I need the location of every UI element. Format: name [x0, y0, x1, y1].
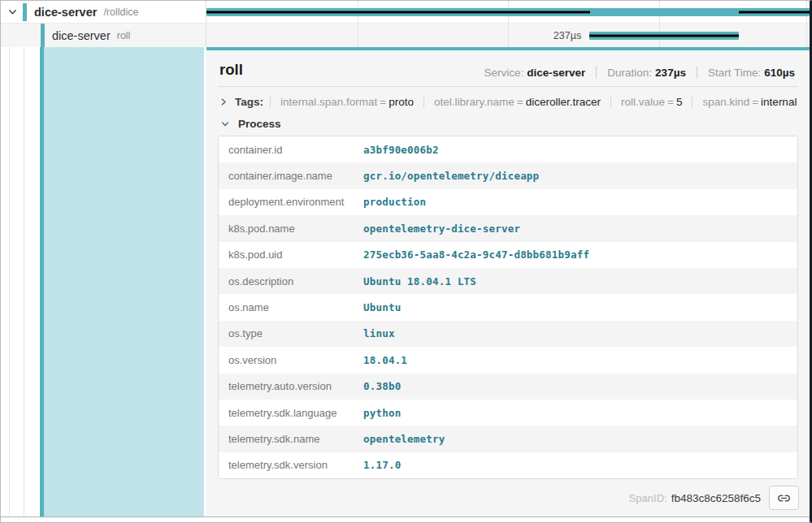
detail-left-accent [1, 47, 206, 517]
jaeger-trace-detail-view: dice-server /rolldice dice-server roll 2… [0, 0, 812, 523]
process-table: container.ida3bf90e006b2 container.image… [218, 136, 798, 479]
tag-item: internal.span.format=proto [270, 96, 423, 108]
chevron-down-icon [219, 119, 231, 130]
process-table-row: os.descriptionUbuntu 18.04.1 LTS [219, 268, 797, 294]
timeline-row-rolldice[interactable] [206, 1, 810, 23]
tree-guide-line [24, 47, 24, 517]
process-table-row: os.nameUbuntu [219, 294, 797, 320]
span-row-rolldice: dice-server /rolldice [1, 1, 810, 24]
deep-link-button[interactable] [769, 486, 799, 510]
process-table-row: k8s.pod.uid275ecb36-5aa8-4c2a-9c47-d8bb6… [219, 242, 797, 268]
meta-start-time: Start Time:610µs [697, 67, 797, 79]
timeline-gridline [806, 24, 807, 47]
span-row-roll: dice-server roll 237µs [1, 24, 810, 47]
process-table-row: telemetry.sdk.languagepython [219, 400, 797, 426]
span-duration-label: 237µs [206, 30, 581, 41]
tag-item: otel.library.name=diceroller.tracer [423, 96, 610, 108]
tag-item: span.kind=internal [692, 96, 806, 108]
span-detail-panel: roll Service:dice-server Duration:237µs … [206, 47, 810, 517]
process-table-row: telemetry.sdk.nameopentelemetry [219, 426, 797, 452]
timeline-row-roll[interactable]: 237µs [206, 24, 810, 47]
process-table-row: telemetry.sdk.version1.17.0 [219, 452, 797, 478]
bottom-edge [1, 517, 810, 522]
process-section-toggle[interactable]: Process [206, 114, 810, 133]
spanid-value: fb483c8c6258f6c5 [671, 492, 761, 504]
spanid-label: SpanID: [629, 492, 667, 504]
process-label: Process [238, 118, 281, 130]
tags-section-toggle[interactable]: Tags: internal.span.format=proto otel.li… [206, 87, 810, 114]
meta-service: Service:dice-server [473, 67, 596, 79]
span-operation-name: /rolldice [103, 6, 138, 18]
detail-footer: SpanID: fb483c8c6258f6c5 [206, 479, 810, 510]
chevron-down-icon[interactable] [7, 6, 18, 18]
process-table-row: telemetry.auto.version0.38b0 [219, 374, 797, 400]
detail-header: roll Service:dice-server Duration:237µs … [218, 50, 798, 87]
process-table-row: os.typelinux [219, 321, 797, 347]
process-table-row: k8s.pod.nameopentelemetry-dice-server [219, 215, 797, 241]
link-icon [777, 491, 791, 505]
tags-label: Tags: [235, 96, 263, 108]
process-table-row: os.version18.04.1 [219, 347, 797, 373]
span-accent-fill [44, 47, 204, 517]
span-color-indicator [23, 3, 27, 21]
process-table-row: deployment.environmentproduction [219, 189, 797, 215]
span-operation-name: roll [117, 30, 131, 41]
span-title: roll [219, 61, 243, 79]
span-meta: Service:dice-server Duration:237µs Start… [473, 67, 797, 79]
critical-path-segment [206, 11, 590, 13]
tree-guide-line [9, 47, 10, 517]
process-table-row: container.image.namegcr.io/opentelemetry… [219, 162, 797, 188]
critical-path-segment [589, 34, 739, 37]
span-name-cell-roll[interactable]: dice-server roll [1, 24, 206, 47]
meta-duration: Duration:237µs [596, 67, 697, 79]
tag-item: roll.value=5 [610, 96, 692, 108]
process-table-row: container.ida3bf90e006b2 [219, 136, 797, 162]
critical-path-segment [739, 11, 810, 13]
span-service-name: dice-server [34, 6, 97, 19]
span-name-cell-rolldice[interactable]: dice-server /rolldice [1, 1, 206, 23]
span-service-name: dice-server [52, 29, 111, 42]
span-color-indicator [41, 24, 45, 47]
chevron-right-icon [219, 97, 228, 108]
